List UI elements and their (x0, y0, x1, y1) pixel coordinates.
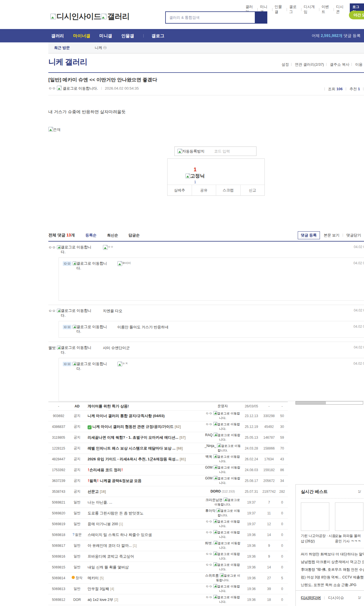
best-news-item[interactable]: 李대통령 "韓-佛, 호르무즈 해협 안전 수송 협 (301, 566, 364, 574)
row-writer[interactable]: RAQ 갤로그로 이동합니다. (204, 433, 241, 442)
top-link-dccon[interactable]: 디시콘 (336, 4, 346, 15)
recent-visit-label[interactable]: 최근 방문 (54, 46, 70, 50)
row-title[interactable]: !손리세용 코드 정리! (85, 467, 204, 473)
gallog-alt-text[interactable]: 갤로그로 이동합니다. (61, 245, 93, 255)
gallery-title[interactable]: 니케 갤러리 (48, 57, 87, 67)
gallog-alt-text[interactable]: 갤로그로 이동합니다. (76, 362, 108, 371)
comment-author[interactable]: 뭘벗 (48, 346, 56, 350)
nav-gallery[interactable]: 갤러리 (51, 33, 64, 38)
list-row-notice[interactable]: 3119805 공지 리세끝나면 이제 뭐함? - 1. 초벌구이 오마카세 에… (48, 432, 288, 443)
row-writer[interactable]: 후아악 갤로그로 이동합니다. (204, 508, 241, 518)
gallog-icon[interactable] (57, 346, 61, 350)
row-title[interactable]: 리세끝나면 이제 뭐함? - 1. 초벌구이 오마카세 에디션...[57] (85, 435, 204, 440)
row-title[interactable]: 레벨 인피니트 패스 보상 시스템으로 매달마다 보상 ...[68] (85, 446, 204, 451)
list-row-notice[interactable]: 4828447 공지 2026 유입 가이드 - 리세&위시 추천, 1군&애장… (48, 454, 288, 465)
best-caption[interactable]: 오늘 좌파들 몰려중인 기사 ㅋㅋㅋ (335, 533, 364, 544)
comment-author[interactable]: ㅇㅇ (63, 325, 71, 329)
comment-author[interactable]: ㅇㅇ (63, 362, 71, 366)
best-caption[interactable]: 기린 나고야공장 · 시음,샵 (26장) (301, 533, 335, 544)
best-news-item[interactable]: 닌텐도, 포켓몬 특허 소송 근황.JPG (301, 581, 364, 589)
row-title[interactable]: 니케 마이너 갤러리 통합 공지/규칙사항 (04/03) (85, 413, 204, 419)
row-title[interactable]: ✓니케 마이너 갤러리 협동전 관련 규정/공지/가이드[62] (85, 424, 204, 429)
top-link-gallog[interactable]: 갤로그 (289, 4, 299, 15)
best-pagination[interactable]: 1/ (358, 490, 361, 494)
gallog-alt-text[interactable]: 갤로그로 이동합니다. (61, 308, 93, 318)
tab-dcmedia[interactable]: 디시미디어 (301, 595, 321, 600)
list-row-notice[interactable]: 1753392 공지 !손리세용 코드 정리! G0M 갤로그로 이동합니다. … (48, 465, 288, 475)
gallog-icon[interactable] (57, 245, 61, 249)
best-news-item[interactable]: 냠냠쩝쩝 마크롱이 상춘재에서 먹고간 요리 포 (301, 558, 364, 566)
list-row[interactable]: 5069820 일반 도로롱 그린사람은 돈 좀 받앗겟노 후아악 갤로그로 이… (48, 508, 288, 519)
gallog-icon[interactable] (57, 309, 61, 313)
row-title[interactable]: 도로롱 그린사람은 돈 좀 받앗겟노 (85, 511, 204, 516)
row-writer[interactable]: 운영자 (204, 404, 241, 409)
close-comments-link[interactable]: 댓글닫기 (346, 233, 361, 237)
row-title[interactable]: 아 유레인데 코더 다 깔까...[1] (85, 543, 204, 548)
site-logo[interactable]: 디시인사이드 갤러리 (50, 11, 129, 22)
nav-person-gallery[interactable]: 인물갤 (121, 33, 134, 38)
register-comment-button[interactable]: 댓글 등록 (298, 231, 320, 239)
nav-mini-gallery[interactable]: 미니갤 (99, 33, 112, 38)
gallog-alt-text[interactable]: 갤로그로 이동합니다. (76, 261, 108, 271)
list-row[interactable]: 5069815 일반 내일 신캐 뜰 확률 몇버삼 ㅇㅇ 갤로그로 이동합니다.… (48, 562, 288, 573)
list-row-notice[interactable]: 3637239 공지 !필독! 니케갤 공략&정보글 모음 G0M 갤로그로 이… (48, 475, 288, 486)
row-title[interactable]: 나는 아닌줄. ... (85, 500, 204, 505)
sort-newest[interactable]: 최신순 (107, 233, 118, 237)
row-title[interactable]: !필독! 니케갤 공략&정보글 모음 (85, 478, 204, 483)
row-title[interactable]: 선문고[16] (85, 489, 204, 494)
row-title[interactable]: 게이머를 위한 특가 상품! (85, 404, 204, 409)
list-row[interactable]: 5069818 ?질문 스테이지 밀 스쿼드 하나 짜줄수 있으셈 ㅇㅇ 갤로그… (48, 529, 288, 540)
row-writer[interactable]: _Ninja_ 갤로그로 이동합니다. (204, 444, 241, 453)
list-row-notice[interactable]: 903692 공지 니케 마이너 갤러리 통합 공지/규칙사항 (04/03) … (48, 411, 288, 421)
list-row-notice[interactable]: 1228115 공지 레벨 인피니트 패스 보상 시스템으로 매달마다 보상 .… (48, 443, 288, 454)
row-title[interactable]: 스테이지 밀 스쿼드 하나 짜줄수 있으셈 (85, 532, 204, 537)
row-title[interactable]: 메카미[5] (85, 576, 204, 581)
row-title[interactable]: 프바옹디에 코박고 죽고싶어 (85, 554, 204, 559)
row-title[interactable]: 만우절 3일째[4] (85, 586, 204, 591)
row-writer[interactable]: 백옥 갤로그로 이동합니다. (204, 454, 241, 463)
list-row[interactable]: 5069816 일반 프바옹디에 코박고 죽고싶어 ㅇㅇ 갤로그로 이동합니다.… (48, 551, 288, 562)
top-link-persongall[interactable]: 인물갤 (274, 4, 284, 15)
row-writer[interactable]: G0M 갤로그로 이동합니다. (204, 476, 241, 485)
copy-gallery-url-link[interactable]: 갤주소 복사 (330, 62, 349, 67)
media-pagination[interactable]: 1/ (358, 596, 361, 600)
upvote-count[interactable]: 1 (167, 166, 223, 173)
row-writer[interactable]: G0M 갤로그로 이동합니다. (204, 465, 241, 474)
nav-minor-gallery[interactable]: 마이너갤 (73, 33, 90, 38)
horizontal-scrollbar[interactable] (295, 401, 363, 405)
top-link-dcgame[interactable]: 디시게임 (304, 4, 317, 15)
sort-reply[interactable]: 답글순 (129, 233, 140, 237)
list-row-notice[interactable]: 3538743 공지 선문고[16] DORO (112.153) 25.07.… (48, 486, 288, 497)
comment-author[interactable]: ㅇㅇ (63, 261, 71, 266)
search-input[interactable] (165, 11, 255, 24)
list-row[interactable]: 5069821 일반 나는 아닌줄. ... 크라운남편 갤로그로 이동합니다.… (48, 497, 288, 508)
row-title[interactable]: 응애 아가니붕 200[1] (85, 522, 204, 527)
row-writer[interactable]: ㅇㅇ 갤로그로 이동합니다. (204, 411, 241, 420)
gallog-icon[interactable] (57, 86, 62, 90)
gallog-alt-text[interactable]: 갤로그로 이동합니다. (61, 345, 93, 355)
report-button[interactable]: 신고 (240, 185, 265, 195)
list-row[interactable]: 5069814 창작 메카미[5] 스위트룸 갤로그로 이동합니다. 19:36… (48, 573, 288, 584)
share-button[interactable]: 공유 (192, 185, 216, 195)
view-body-link[interactable]: 본문 보기 (324, 233, 340, 237)
best-thumbnail[interactable] (301, 502, 329, 531)
row-writer[interactable]: 롸벗. 갤로그로 이동합니다. (204, 541, 241, 550)
gallog-icon[interactable] (73, 325, 76, 329)
row-writer[interactable]: ㅇㅇ 갤로그로 이동합니다. (204, 595, 241, 604)
list-row[interactable]: 5069813 일반 만우절 3일째[4] ㅇㅇ 갤로그로 이동합니다. 19:… (48, 584, 288, 594)
row-title[interactable]: 2026 유입 가이드 - 리세&위시 추천, 1군&애장품 육성...[81] (85, 457, 204, 462)
row-writer[interactable]: ㅇㅇ 갤로그로 이동합니다. (204, 562, 241, 572)
post-author[interactable]: ㅇㅇ (48, 86, 56, 90)
gallog-icon[interactable] (73, 261, 76, 265)
list-row-ad[interactable]: - AD 게이머를 위한 특가 상품! 운영자 26/03/05 - - (48, 402, 288, 411)
row-writer[interactable]: ㅇㅇ 갤로그로 이동합니다. (204, 584, 241, 593)
row-writer[interactable]: ㅇㅇ 갤로그로 이동합니다. (204, 552, 241, 561)
row-writer[interactable]: DORO (112.153) (204, 489, 241, 494)
related-gallery-link[interactable]: 연관 갤러리(2/37) (295, 62, 324, 67)
row-writer[interactable]: 크라운남편 갤로그로 이동합니다. (204, 498, 241, 507)
search-button[interactable] (255, 11, 267, 24)
row-title[interactable]: ai) 1x2 love 2부[2] (85, 597, 204, 602)
comment-author[interactable]: ㅇㅇ (48, 309, 56, 313)
list-row[interactable]: 5069812 DOR ai) 1x2 love 2부[2] ㅇㅇ 갤로그로 이… (48, 594, 288, 605)
downvote-count[interactable]: 1 (167, 180, 223, 185)
